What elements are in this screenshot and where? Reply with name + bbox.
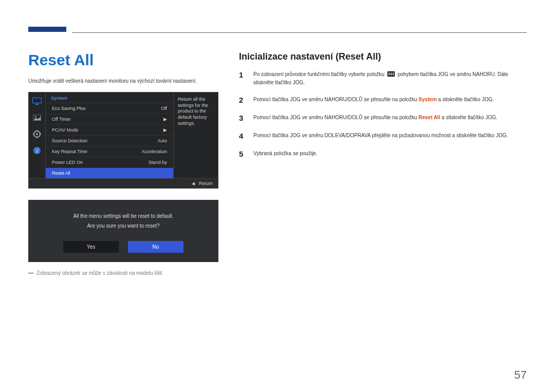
svg-rect-2 (35, 104, 39, 105)
step-number: 4 (239, 132, 246, 140)
step-text-part: Pomocí tlačítka JOG ve směru NAHORU/DOLŮ… (253, 115, 418, 120)
step-text-part: a stiskněte tlačítko JOG. (440, 115, 497, 120)
osd-row-value: ▶ (163, 127, 167, 133)
step-number: 3 (239, 114, 246, 122)
step-text: Pomocí tlačítka JOG ve směru DOLEVA/DOPR… (253, 132, 527, 139)
osd-row-off-timer[interactable]: Off Timer▶ (46, 114, 173, 124)
osd-row-source-detection[interactable]: Source DetectionAuto (46, 135, 173, 146)
confirm-dialog: All the menu settings will be reset to d… (28, 200, 218, 262)
step-text-part: Po zobrazení průvodce funkčními tlačítky… (253, 71, 386, 77)
page-number: 57 (514, 368, 527, 382)
osd-menu: i System Eco Saving PlusOff Off Timer▶ P… (28, 92, 218, 189)
header-divider (72, 32, 527, 33)
step-text: Pomocí tlačítka JOG ve směru NAHORU/DOLŮ… (253, 96, 527, 103)
footnote-dash: ― (28, 270, 33, 276)
osd-row-label: Source Detection (52, 138, 87, 143)
highlight-reset-all: Reset All (418, 115, 440, 120)
step-text: Po zobrazení průvodce funkčními tlačítky… (253, 70, 527, 86)
osd-description: Return all the settings for the product … (174, 92, 218, 178)
step-number: 1 (239, 70, 246, 79)
osd-row-key-repeat[interactable]: Key Repeat TimeAcceleration (46, 146, 173, 157)
back-arrow-icon: ◀ (192, 181, 195, 186)
osd-section-title: System (46, 92, 173, 103)
step-4: 4 Pomocí tlačítka JOG ve směru DOLEVA/DO… (239, 132, 527, 140)
osd-row-value: Stand-by (149, 160, 167, 165)
svg-point-6 (36, 133, 38, 135)
footnote: ― Zobrazený obrázek se může v závislosti… (28, 270, 218, 276)
osd-return-label: Return (199, 181, 213, 186)
picture-icon (32, 113, 42, 122)
step-number: 5 (239, 150, 246, 158)
step-1: 1 Po zobrazení průvodce funkčními tlačít… (239, 70, 527, 86)
highlight-system: System (418, 97, 437, 102)
osd-row-label: Eco Saving Plus (52, 106, 86, 111)
osd-row-eco-saving[interactable]: Eco Saving PlusOff (46, 103, 173, 114)
gear-icon (32, 129, 42, 139)
monitor-icon (32, 97, 42, 106)
page-title: Reset All (28, 51, 218, 69)
svg-rect-15 (391, 72, 392, 76)
dialog-text-2: Are you sure you want to reset? (38, 223, 209, 229)
osd-footer: ◀ Return (29, 178, 218, 188)
dialog-text-1: All the menu settings will be reset to d… (38, 213, 209, 219)
footnote-text: Zobrazený obrázek se může v závislosti n… (36, 270, 163, 276)
osd-row-power-led[interactable]: Power LED OnStand-by (46, 157, 173, 167)
svg-rect-16 (393, 72, 394, 76)
osd-row-value: Auto (157, 138, 167, 143)
step-2: 2 Pomocí tlačítka JOG ve směru NAHORU/DO… (239, 96, 527, 104)
step-text-part: Pomocí tlačítka JOG ve směru NAHORU/DOLŮ… (253, 97, 418, 102)
osd-row-value: Off (161, 106, 167, 111)
osd-row-label: Reset All (52, 171, 70, 176)
osd-row-value: Acceleration (141, 149, 167, 154)
page-subtitle: Umožňuje vrátit veškerá nastavení monito… (28, 78, 218, 84)
osd-row-label: Power LED On (52, 160, 83, 165)
osd-row-label: Off Timer (52, 117, 71, 122)
osd-sidebar: i (29, 92, 45, 178)
osd-row-label: PC/AV Mode (52, 127, 78, 133)
step-number: 2 (239, 96, 246, 104)
step-text: Pomocí tlačítka JOG ve směru NAHORU/DOLŮ… (253, 114, 527, 121)
svg-text:i: i (36, 147, 38, 154)
no-button[interactable]: No (128, 241, 183, 253)
osd-list: System Eco Saving PlusOff Off Timer▶ PC/… (45, 92, 174, 178)
osd-row-label: Key Repeat Time (52, 149, 87, 154)
section-title: Inicializace nastavení (Reset All) (239, 51, 527, 62)
header-accent-bar (28, 27, 66, 32)
step-text-part: a stiskněte tlačítko JOG. (437, 97, 494, 102)
svg-point-4 (35, 116, 36, 118)
osd-row-reset-all[interactable]: Reset All (46, 167, 173, 178)
info-icon: i (32, 146, 42, 155)
step-5: 5 Vybraná položka se použije. (239, 150, 527, 158)
step-3: 3 Pomocí tlačítka JOG ve směru NAHORU/DO… (239, 114, 527, 122)
svg-rect-1 (33, 98, 41, 103)
menu-icon (387, 71, 395, 79)
osd-row-value: ▶ (163, 117, 167, 122)
osd-row-pc-av-mode[interactable]: PC/AV Mode▶ (46, 124, 173, 135)
step-text: Vybraná položka se použije. (253, 150, 527, 157)
yes-button[interactable]: Yes (63, 241, 119, 253)
svg-rect-14 (388, 72, 390, 76)
